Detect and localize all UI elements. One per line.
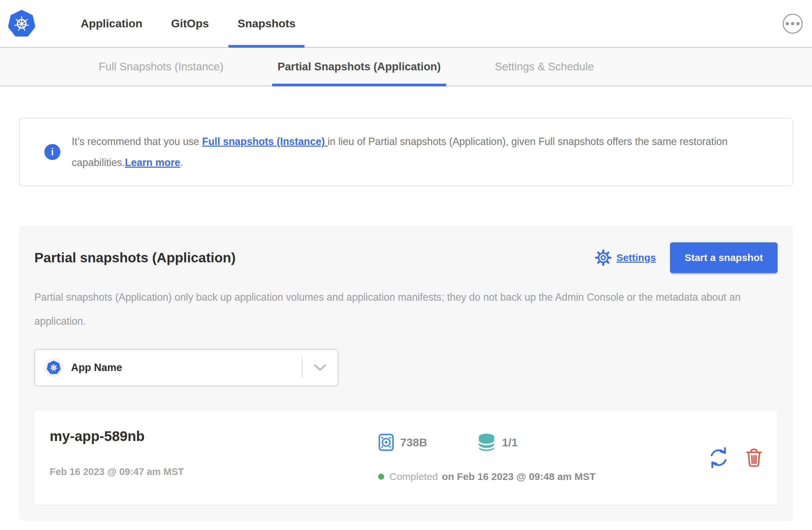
delete-snapshot-button[interactable] <box>745 448 762 467</box>
app-select-value: App Name <box>71 362 122 374</box>
card-description: Partial snapshots (Application) only bac… <box>34 285 755 333</box>
kubernetes-logo-icon <box>8 10 35 38</box>
gear-icon <box>595 249 612 266</box>
snapshot-volumes-value: 1/1 <box>502 436 518 449</box>
disk-icon <box>378 433 394 451</box>
app-kubernetes-icon <box>47 361 60 375</box>
snapshot-row: my-app-589nb Feb 16 2023 @ 09:47 am MST … <box>34 410 778 505</box>
snapshot-created-timestamp: Feb 16 2023 @ 09:47 am MST <box>50 466 378 477</box>
learn-more-link[interactable]: Learn more <box>125 157 180 168</box>
snapshot-details: 738B 1/1 Completed on Feb 16 2023 @ 09:4… <box>378 433 708 487</box>
tab-full-snapshots[interactable]: Full Snapshots (Instance) <box>93 48 229 86</box>
snapshots-subnav: Full Snapshots (Instance) Partial Snapsh… <box>0 48 812 86</box>
snapshot-stats: 738B 1/1 <box>378 433 708 452</box>
full-snapshots-link[interactable]: Full snapshots (Instance) <box>202 136 328 147</box>
ellipsis-dot <box>786 22 789 25</box>
snapshot-info: my-app-589nb Feb 16 2023 @ 09:47 am MST <box>50 428 378 487</box>
snapshot-settings-link[interactable]: Settings <box>595 249 656 266</box>
partial-snapshots-card: Partial snapshots (Application) <box>19 226 793 521</box>
trash-icon <box>745 448 762 467</box>
status-label: Completed <box>390 471 438 482</box>
status-finished-timestamp: on Feb 16 2023 @ 09:48 am MST <box>442 471 596 482</box>
restore-icon <box>708 447 730 469</box>
info-icon: i <box>44 144 60 160</box>
primary-nav: Application GitOps Snapshots <box>72 0 315 47</box>
snapshot-size-stat: 738B <box>378 433 427 451</box>
info-banner-text: It’s recommend that you use Full snapsho… <box>72 131 769 173</box>
ellipsis-menu-button[interactable] <box>783 14 803 34</box>
snapshot-volumes-stat: 1/1 <box>477 433 518 452</box>
page-title: Partial snapshots (Application) <box>34 250 236 266</box>
select-chevron-area[interactable] <box>303 364 338 371</box>
top-nav: Application GitOps Snapshots <box>0 0 812 48</box>
card-header-actions: Settings Start a snapshot <box>595 242 778 273</box>
app-badge <box>44 358 63 377</box>
database-icon <box>477 433 496 452</box>
nav-item-snapshots[interactable]: Snapshots <box>229 0 304 47</box>
ellipsis-dot <box>791 22 794 25</box>
info-banner: i It’s recommend that you use Full snaps… <box>19 118 793 186</box>
snapshot-status-line: Completed on Feb 16 2023 @ 09:48 am MST <box>378 471 708 482</box>
snapshot-name: my-app-589nb <box>50 428 378 444</box>
snapshot-actions <box>708 447 762 469</box>
banner-text-segment: . <box>180 157 183 168</box>
card-header: Partial snapshots (Application) <box>34 242 778 273</box>
chevron-down-icon <box>314 364 327 371</box>
restore-snapshot-button[interactable] <box>708 447 730 469</box>
start-snapshot-button[interactable]: Start a snapshot <box>670 242 778 273</box>
nav-item-gitops[interactable]: GitOps <box>162 0 218 47</box>
ellipsis-dot <box>796 22 800 25</box>
app-name-select[interactable]: App Name <box>34 349 338 386</box>
tab-partial-snapshots[interactable]: Partial Snapshots (Application) <box>272 48 446 86</box>
tab-settings-schedule[interactable]: Settings & Schedule <box>490 48 599 86</box>
settings-link-label: Settings <box>617 252 656 263</box>
banner-text-segment: It’s recommend that you use <box>72 136 202 147</box>
status-dot <box>378 474 384 480</box>
snapshot-size-value: 738B <box>400 436 427 449</box>
nav-item-application[interactable]: Application <box>72 0 151 47</box>
